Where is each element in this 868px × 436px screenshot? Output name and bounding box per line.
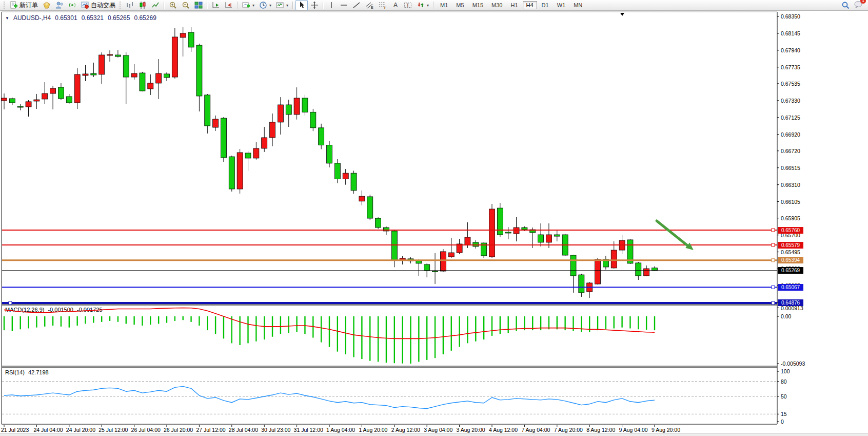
ohlc-high: 0.65321: [82, 14, 104, 22]
timeframe-mn-button[interactable]: MN: [570, 1, 586, 9]
line-chart-icon: [151, 1, 160, 9]
line-chart-button[interactable]: [149, 0, 162, 10]
time-tick-label[interactable]: 2 Aug 12:00: [391, 427, 420, 433]
window-bottom-edge: [0, 433, 868, 436]
signal-icon: [68, 1, 76, 9]
candlestick-chart-button[interactable]: [136, 0, 149, 10]
toolbar-separator: [207, 2, 208, 9]
time-tick-label[interactable]: 8 Aug 12:00: [586, 427, 615, 433]
timeframe-toolbar: M1M5M15M30H1H4D1W1MN: [436, 1, 586, 9]
time-tick-label[interactable]: 3 Aug 04:00: [424, 427, 452, 433]
timeframe-m15-button[interactable]: M15: [469, 1, 487, 9]
timeframe-m5-button[interactable]: M5: [452, 1, 467, 9]
crosshair-button[interactable]: [308, 0, 321, 10]
timeframe-w1-button[interactable]: W1: [554, 1, 569, 9]
timeframe-m30-button[interactable]: M30: [488, 1, 506, 9]
timeframe-d1-button[interactable]: D1: [538, 1, 553, 9]
toolbar-grip[interactable]: [4, 2, 6, 9]
time-tick-label[interactable]: 26 Jul 20:00: [164, 427, 193, 433]
arrows-button[interactable]: ▾: [415, 0, 431, 10]
signals-button[interactable]: [66, 0, 78, 10]
price-tick-label: 0.66310: [781, 182, 800, 188]
horizontal-line-icon: [340, 1, 348, 9]
zoom-in-button[interactable]: [167, 0, 179, 10]
time-tick-label[interactable]: 7 Aug 04:00: [521, 427, 550, 433]
price-tick-label: 0.67735: [781, 64, 800, 70]
new-order-button[interactable]: 新订单: [8, 0, 40, 10]
rsi-panel[interactable]: RSI(14) 42.7198: [2, 368, 777, 424]
time-tick-label[interactable]: 4 Aug 12:00: [489, 427, 518, 433]
chart-shift-button[interactable]: [223, 0, 235, 10]
timeframe-m1-button[interactable]: M1: [437, 1, 451, 9]
symbol-ohlc-header[interactable]: ▼ AUDUSD-,H4 0.65301 0.65321 0.65265 0.6…: [5, 14, 156, 22]
time-tick-label[interactable]: 9 Aug 20:00: [652, 427, 680, 433]
price-tick-label: 0.66105: [781, 199, 800, 205]
price-tick-label: 0.68145: [781, 30, 800, 36]
time-tick-label[interactable]: 7 Aug 20:00: [554, 427, 583, 433]
price-tick-label: 0.65495: [781, 249, 800, 255]
macd-axis-label: -0.005093: [781, 361, 805, 367]
toolbar-separator: [237, 2, 238, 9]
price-tick-label: 0.67125: [781, 115, 800, 121]
auto-scroll-button[interactable]: [210, 0, 222, 10]
toolbar-separator: [292, 2, 293, 9]
time-tick-label[interactable]: 28 Jul 04:00: [229, 427, 258, 433]
time-tick-label[interactable]: 27 Jul 12:00: [196, 427, 225, 433]
rsi-title: RSI(14): [5, 369, 25, 375]
notifications-button[interactable]: 1: [854, 0, 863, 10]
text-icon: A: [392, 1, 399, 9]
bar-chart-button[interactable]: [124, 0, 136, 10]
crystal-icon: [43, 1, 51, 9]
time-tick-label[interactable]: 31 Jul 12:00: [294, 427, 323, 433]
toolbar-separator: [164, 2, 165, 9]
trend-line-button[interactable]: [350, 0, 363, 10]
time-tick-label[interactable]: 1 Aug 04:00: [326, 427, 355, 433]
time-tick-label[interactable]: 24 Jul 20:00: [66, 427, 95, 433]
fibonacci-button[interactable]: F: [377, 0, 389, 10]
price-tick-label: 0.66720: [781, 148, 800, 154]
community-button[interactable]: [53, 0, 66, 10]
equidistant-channel-button[interactable]: E: [363, 0, 376, 10]
cursor-icon: [298, 1, 306, 9]
trend-line-icon: [352, 1, 361, 9]
vertical-line-icon: [328, 1, 335, 9]
timeframe-h4-button[interactable]: H4: [523, 1, 537, 9]
zoom-out-icon: [182, 1, 190, 9]
time-tick-label[interactable]: 24 Jul 04:00: [33, 427, 63, 433]
toolbar-separator: [433, 2, 434, 9]
time-tick-label[interactable]: 25 Jul 12:00: [98, 427, 128, 433]
time-tick-label[interactable]: 21 Jul 2023: [1, 427, 29, 433]
auto-trading-button[interactable]: 自动交易: [79, 0, 117, 10]
toolbar-grip[interactable]: [120, 2, 122, 9]
cursor-button[interactable]: [295, 0, 308, 10]
templates-button[interactable]: ▾: [274, 0, 290, 10]
time-tick-label[interactable]: 1 Aug 20:00: [359, 427, 387, 433]
svg-text:E: E: [371, 6, 373, 9]
rsi-axis-label: 0: [781, 419, 784, 425]
vertical-line-button[interactable]: [326, 0, 337, 10]
rsi-title-row: RSI(14) 42.7198: [5, 369, 49, 375]
text-label-button[interactable]: T: [402, 0, 414, 10]
trade-watch-button[interactable]: [41, 0, 53, 10]
periods-button[interactable]: ▾: [257, 0, 273, 10]
time-tick-label[interactable]: 9 Aug 04:00: [619, 427, 648, 433]
search-icon[interactable]: [841, 1, 850, 10]
chevron-down-icon: ▾: [286, 3, 288, 8]
timeframe-h1-button[interactable]: H1: [507, 1, 521, 9]
indicators-button[interactable]: ▾: [240, 0, 257, 10]
time-tick-label[interactable]: 3 Aug 20:00: [457, 427, 485, 433]
time-tick-label[interactable]: 30 Jul 23:00: [261, 427, 290, 433]
rsi-value: 42.7198: [28, 369, 49, 375]
macd-value-signal: -0.001725: [77, 307, 103, 313]
text-button[interactable]: A: [390, 0, 401, 10]
channel-icon: E: [365, 1, 374, 9]
macd-panel[interactable]: MACD(12,26,9) -0.001500 -0.001725: [2, 305, 777, 366]
time-tick-label[interactable]: 26 Jul 04:00: [131, 427, 161, 433]
horizontal-line-button[interactable]: [338, 0, 350, 10]
zoom-out-button[interactable]: [180, 0, 192, 10]
price-chart-panel[interactable]: ▼ AUDUSD-,H4 0.65301 0.65321 0.65265 0.6…: [2, 12, 777, 304]
tile-windows-button[interactable]: [192, 0, 205, 10]
price-tick-label: 0.66920: [781, 131, 800, 138]
symbol-dropdown-icon[interactable]: ▼: [5, 16, 9, 21]
toolbar-separator: [323, 2, 324, 9]
